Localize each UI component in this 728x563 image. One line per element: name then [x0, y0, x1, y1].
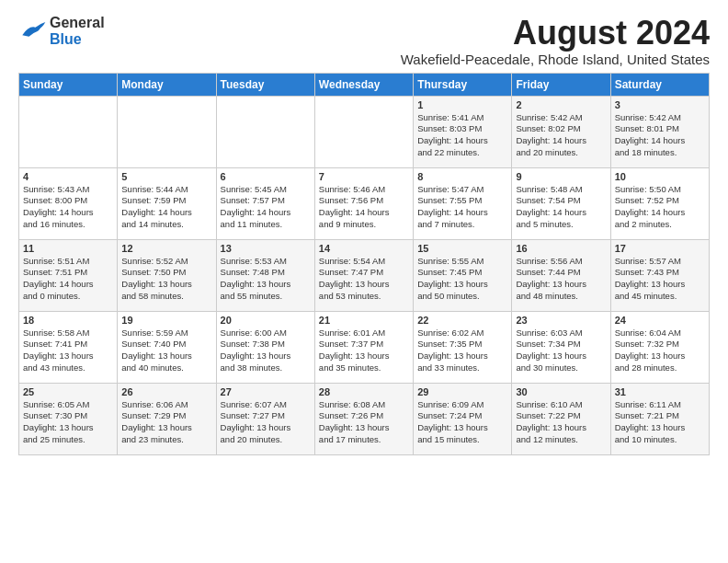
calendar-week-1: 1Sunrise: 5:41 AM Sunset: 8:03 PM Daylig…	[19, 96, 710, 167]
calendar-cell: 2Sunrise: 5:42 AM Sunset: 8:02 PM Daylig…	[512, 96, 610, 167]
cell-content: Sunrise: 5:56 AM Sunset: 7:44 PM Dayligh…	[516, 256, 606, 303]
col-sunday: Sunday	[19, 73, 118, 96]
cell-content: Sunrise: 6:06 AM Sunset: 7:29 PM Dayligh…	[121, 399, 211, 446]
calendar-cell: 31Sunrise: 6:11 AM Sunset: 7:21 PM Dayli…	[610, 383, 709, 454]
cell-content: Sunrise: 6:01 AM Sunset: 7:37 PM Dayligh…	[319, 327, 409, 374]
day-number: 21	[319, 315, 409, 326]
calendar-cell: 29Sunrise: 6:09 AM Sunset: 7:24 PM Dayli…	[414, 383, 512, 454]
col-saturday: Saturday	[610, 73, 709, 96]
cell-content: Sunrise: 6:07 AM Sunset: 7:27 PM Dayligh…	[221, 399, 311, 446]
calendar-cell: 19Sunrise: 5:59 AM Sunset: 7:40 PM Dayli…	[118, 311, 216, 383]
day-number: 9	[516, 171, 606, 182]
col-thursday: Thursday	[414, 73, 512, 96]
calendar-cell: 15Sunrise: 5:55 AM Sunset: 7:45 PM Dayli…	[414, 239, 512, 311]
calendar-cell: 3Sunrise: 5:42 AM Sunset: 8:01 PM Daylig…	[610, 96, 709, 167]
calendar-cell: 24Sunrise: 6:04 AM Sunset: 7:32 PM Dayli…	[610, 311, 709, 383]
calendar-cell: 13Sunrise: 5:53 AM Sunset: 7:48 PM Dayli…	[216, 239, 314, 311]
cell-content: Sunrise: 6:08 AM Sunset: 7:26 PM Dayligh…	[319, 399, 409, 446]
day-number: 22	[417, 315, 507, 326]
day-number: 17	[615, 243, 705, 254]
day-number: 14	[319, 243, 409, 254]
day-number: 6	[221, 171, 311, 182]
col-friday: Friday	[512, 73, 610, 96]
logo-blue: Blue	[50, 31, 82, 47]
calendar-cell: 16Sunrise: 5:56 AM Sunset: 7:44 PM Dayli…	[512, 239, 610, 311]
cell-content: Sunrise: 5:47 AM Sunset: 7:55 PM Dayligh…	[417, 184, 507, 231]
cell-content: Sunrise: 5:50 AM Sunset: 7:52 PM Dayligh…	[615, 184, 705, 231]
day-number: 15	[417, 243, 507, 254]
calendar-cell: 21Sunrise: 6:01 AM Sunset: 7:37 PM Dayli…	[314, 311, 413, 383]
title-section: August 2024 Wakefield-Peacedale, Rhode I…	[401, 15, 710, 67]
calendar-week-4: 18Sunrise: 5:58 AM Sunset: 7:41 PM Dayli…	[19, 311, 710, 383]
calendar-cell: 27Sunrise: 6:07 AM Sunset: 7:27 PM Dayli…	[216, 383, 314, 454]
calendar-table: Sunday Monday Tuesday Wednesday Thursday…	[18, 73, 710, 455]
calendar-cell	[216, 96, 314, 167]
day-number: 30	[516, 386, 606, 397]
cell-content: Sunrise: 5:51 AM Sunset: 7:51 PM Dayligh…	[23, 256, 113, 303]
cell-content: Sunrise: 5:54 AM Sunset: 7:47 PM Dayligh…	[319, 256, 409, 303]
col-wednesday: Wednesday	[314, 73, 413, 96]
cell-content: Sunrise: 6:04 AM Sunset: 7:32 PM Dayligh…	[615, 327, 705, 374]
logo-general: General	[50, 15, 105, 30]
calendar-cell	[19, 96, 118, 167]
cell-content: Sunrise: 5:55 AM Sunset: 7:45 PM Dayligh…	[417, 256, 507, 303]
cell-content: Sunrise: 5:42 AM Sunset: 8:01 PM Dayligh…	[615, 112, 705, 159]
day-number: 5	[121, 171, 211, 182]
calendar-body: 1Sunrise: 5:41 AM Sunset: 8:03 PM Daylig…	[19, 96, 710, 454]
calendar-week-5: 25Sunrise: 6:05 AM Sunset: 7:30 PM Dayli…	[19, 383, 710, 454]
bird-icon	[18, 22, 46, 40]
cell-content: Sunrise: 5:58 AM Sunset: 7:41 PM Dayligh…	[23, 327, 113, 374]
page: General Blue August 2024 Wakefield-Peace…	[0, 0, 728, 465]
cell-content: Sunrise: 5:41 AM Sunset: 8:03 PM Dayligh…	[417, 112, 507, 159]
cell-content: Sunrise: 5:52 AM Sunset: 7:50 PM Dayligh…	[121, 256, 211, 303]
calendar-cell: 4Sunrise: 5:43 AM Sunset: 8:00 PM Daylig…	[19, 167, 118, 239]
subtitle: Wakefield-Peacedale, Rhode Island, Unite…	[401, 52, 710, 67]
cell-content: Sunrise: 5:42 AM Sunset: 8:02 PM Dayligh…	[516, 112, 606, 159]
calendar-cell: 23Sunrise: 6:03 AM Sunset: 7:34 PM Dayli…	[512, 311, 610, 383]
day-number: 24	[615, 315, 705, 326]
day-number: 4	[23, 171, 113, 182]
calendar-cell: 28Sunrise: 6:08 AM Sunset: 7:26 PM Dayli…	[314, 383, 413, 454]
day-number: 8	[417, 171, 507, 182]
cell-content: Sunrise: 6:05 AM Sunset: 7:30 PM Dayligh…	[23, 399, 113, 446]
main-title: August 2024	[401, 15, 710, 52]
calendar-cell: 11Sunrise: 5:51 AM Sunset: 7:51 PM Dayli…	[19, 239, 118, 311]
cell-content: Sunrise: 6:02 AM Sunset: 7:35 PM Dayligh…	[417, 327, 507, 374]
day-number: 2	[516, 99, 606, 110]
calendar-cell: 1Sunrise: 5:41 AM Sunset: 8:03 PM Daylig…	[414, 96, 512, 167]
calendar-week-3: 11Sunrise: 5:51 AM Sunset: 7:51 PM Dayli…	[19, 239, 710, 311]
calendar-cell: 18Sunrise: 5:58 AM Sunset: 7:41 PM Dayli…	[19, 311, 118, 383]
day-number: 28	[319, 386, 409, 397]
header-row: Sunday Monday Tuesday Wednesday Thursday…	[19, 73, 710, 96]
cell-content: Sunrise: 6:10 AM Sunset: 7:22 PM Dayligh…	[516, 399, 606, 446]
logo: General Blue	[18, 15, 105, 48]
day-number: 25	[23, 386, 113, 397]
calendar-cell: 5Sunrise: 5:44 AM Sunset: 7:59 PM Daylig…	[118, 167, 216, 239]
calendar-cell: 9Sunrise: 5:48 AM Sunset: 7:54 PM Daylig…	[512, 167, 610, 239]
day-number: 10	[615, 171, 705, 182]
calendar-cell: 25Sunrise: 6:05 AM Sunset: 7:30 PM Dayli…	[19, 383, 118, 454]
header: General Blue August 2024 Wakefield-Peace…	[18, 15, 710, 67]
cell-content: Sunrise: 5:57 AM Sunset: 7:43 PM Dayligh…	[615, 256, 705, 303]
calendar-cell: 12Sunrise: 5:52 AM Sunset: 7:50 PM Dayli…	[118, 239, 216, 311]
day-number: 23	[516, 315, 606, 326]
calendar-cell: 7Sunrise: 5:46 AM Sunset: 7:56 PM Daylig…	[314, 167, 413, 239]
cell-content: Sunrise: 5:45 AM Sunset: 7:57 PM Dayligh…	[221, 184, 311, 231]
day-number: 13	[221, 243, 311, 254]
col-tuesday: Tuesday	[216, 73, 314, 96]
day-number: 19	[121, 315, 211, 326]
col-monday: Monday	[118, 73, 216, 96]
cell-content: Sunrise: 5:44 AM Sunset: 7:59 PM Dayligh…	[121, 184, 211, 231]
day-number: 20	[221, 315, 311, 326]
calendar-cell: 26Sunrise: 6:06 AM Sunset: 7:29 PM Dayli…	[118, 383, 216, 454]
calendar-cell: 30Sunrise: 6:10 AM Sunset: 7:22 PM Dayli…	[512, 383, 610, 454]
day-number: 16	[516, 243, 606, 254]
day-number: 7	[319, 171, 409, 182]
cell-content: Sunrise: 5:59 AM Sunset: 7:40 PM Dayligh…	[121, 327, 211, 374]
calendar-cell: 14Sunrise: 5:54 AM Sunset: 7:47 PM Dayli…	[314, 239, 413, 311]
day-number: 27	[221, 386, 311, 397]
calendar-cell: 8Sunrise: 5:47 AM Sunset: 7:55 PM Daylig…	[414, 167, 512, 239]
cell-content: Sunrise: 6:09 AM Sunset: 7:24 PM Dayligh…	[417, 399, 507, 446]
cell-content: Sunrise: 5:53 AM Sunset: 7:48 PM Dayligh…	[221, 256, 311, 303]
calendar-cell: 20Sunrise: 6:00 AM Sunset: 7:38 PM Dayli…	[216, 311, 314, 383]
